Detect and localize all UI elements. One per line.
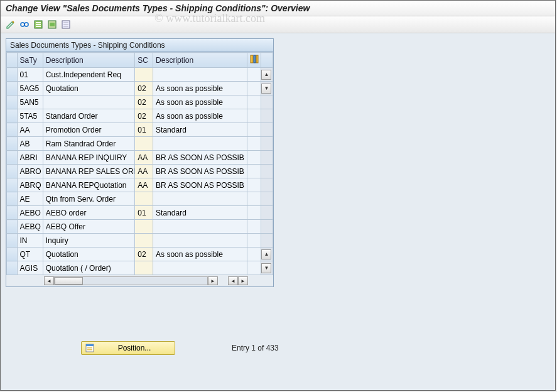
other-view-icon[interactable] [18,18,31,31]
scroll-last-icon[interactable]: ► [238,276,248,285]
cell-saty[interactable]: QT [17,248,43,261]
table-row[interactable]: ABRQBANANA REPQuotationAABR AS SOON AS P… [7,178,273,192]
cell-desc1[interactable]: Ram Standrad Order [43,137,134,151]
scroll-track[interactable] [261,178,273,192]
row-selector[interactable] [7,220,18,234]
scroll-first-icon[interactable]: ◄ [228,276,238,285]
table-row[interactable]: QTQuotation02As soon as possible▲ [7,248,273,261]
cell-sc[interactable] [135,234,153,248]
scroll-track[interactable] [261,109,273,123]
cell-desc2[interactable]: As soon as possible [153,248,247,261]
scroll-track[interactable] [261,123,273,137]
cell-desc2[interactable]: BR AS SOON AS POSSIB [153,165,247,178]
table-row[interactable]: 5TA5Standard Order02As soon as possible [7,109,273,123]
cell-saty[interactable]: 01 [17,68,43,82]
row-selector[interactable] [7,192,18,206]
scroll-track[interactable] [261,220,273,234]
cell-saty[interactable]: 5TA5 [17,109,43,123]
cell-desc1[interactable]: AEBQ Offer [43,220,134,234]
cell-desc2[interactable]: As soon as possible [153,95,247,109]
row-selector[interactable] [7,234,18,248]
col-header-sc[interactable]: SC [135,53,153,68]
cell-saty[interactable]: 5AN5 [17,95,43,109]
row-selector[interactable] [7,165,18,178]
table-row[interactable]: 5AG5Quotation02As soon as possible▼ [7,82,273,95]
deselect-all-icon[interactable] [60,18,72,31]
select-all-icon[interactable] [32,18,45,31]
cell-desc2[interactable] [153,137,247,151]
cell-desc2[interactable] [153,68,247,82]
cell-sc[interactable]: 01 [135,123,153,137]
cell-sc[interactable]: 02 [135,248,153,261]
cell-saty[interactable]: 5AG5 [17,82,43,95]
cell-desc1[interactable]: Standard Order [43,109,134,123]
scroll-down-page-icon[interactable]: ▲ [261,248,273,261]
cell-desc1[interactable]: Quotation [43,248,134,261]
table-row[interactable]: AGISQuotation ( / Order)▼ [7,261,273,275]
cell-saty[interactable]: AEBQ [17,220,43,234]
row-selector[interactable] [7,206,18,220]
table-row[interactable]: INInquiry [7,234,273,248]
scroll-down-icon[interactable]: ▼ [261,261,273,275]
cell-sc[interactable] [135,68,153,82]
cell-desc2[interactable]: BR AS SOON AS POSSIB [153,151,247,165]
table-row[interactable]: AEQtn from Serv. Order [7,192,273,206]
cell-sc[interactable]: AA [135,151,153,165]
cell-desc1[interactable]: Qtn from Serv. Order [43,192,134,206]
cell-desc1[interactable]: Quotation ( / Order) [43,261,134,275]
scroll-up-page-icon[interactable]: ▼ [261,82,273,95]
config-columns-icon[interactable] [247,53,261,68]
cell-saty[interactable]: ABRI [17,151,43,165]
cell-desc1[interactable]: Promotion Order [43,123,134,137]
position-button[interactable]: Position... [81,341,175,355]
select-block-icon[interactable] [46,18,58,31]
cell-desc1[interactable]: Quotation [43,82,134,95]
cell-sc[interactable]: AA [135,178,153,192]
scroll-right-icon[interactable]: ► [208,276,218,285]
cell-saty[interactable]: AGIS [17,261,43,275]
row-selector[interactable] [7,95,18,109]
col-header-desc2[interactable]: Description [153,53,247,68]
table-row[interactable]: ABRam Standrad Order [7,137,273,151]
col-header-saty[interactable]: SaTy [17,53,43,68]
table-row[interactable]: 01Cust.Independent Req▲ [7,68,273,82]
table-row[interactable]: ABRIBANANA REP INQUIRYAABR AS SOON AS PO… [7,151,273,165]
data-grid[interactable]: SaTy Description SC Description 01Cu [6,52,273,275]
row-selector[interactable] [7,109,18,123]
cell-saty[interactable]: ABRQ [17,178,43,192]
cell-desc2[interactable]: BR AS SOON AS POSSIB [153,178,247,192]
cell-desc2[interactable] [153,261,247,275]
cell-sc[interactable]: 02 [135,95,153,109]
scroll-track[interactable] [261,95,273,109]
cell-desc2[interactable]: As soon as possible [153,109,247,123]
cell-desc1[interactable] [43,95,134,109]
cell-desc1[interactable]: Cust.Independent Req [43,68,134,82]
cell-sc[interactable]: AA [135,165,153,178]
cell-saty[interactable]: AE [17,192,43,206]
cell-desc1[interactable]: Inquiry [43,234,134,248]
cell-desc1[interactable]: AEBO order [43,206,134,220]
row-selector[interactable] [7,248,18,261]
row-selector[interactable] [7,178,18,192]
cell-saty[interactable]: AA [17,123,43,137]
scroll-track[interactable] [261,151,273,165]
cell-saty[interactable]: ABRO [17,165,43,178]
cell-sc[interactable] [135,220,153,234]
cell-desc2[interactable]: As soon as possible [153,82,247,95]
cell-desc2[interactable]: Standard [153,123,247,137]
row-selector[interactable] [7,151,18,165]
cell-saty[interactable]: AEBO [17,206,43,220]
col-header-desc1[interactable]: Description [43,53,134,68]
cell-sc[interactable]: 02 [135,109,153,123]
scroll-track[interactable] [261,206,273,220]
toggle-change-icon[interactable] [4,18,17,31]
table-row[interactable]: ABROBANANA REP SALES ORDAABR AS SOON AS … [7,165,273,178]
table-row[interactable]: AEBQAEBQ Offer [7,220,273,234]
scroll-track[interactable] [261,192,273,206]
cell-sc[interactable]: 02 [135,82,153,95]
cell-desc2[interactable] [153,220,247,234]
cell-sc[interactable] [135,261,153,275]
row-selector[interactable] [7,82,18,95]
cell-desc2[interactable] [153,234,247,248]
table-row[interactable]: 5AN502As soon as possible [7,95,273,109]
